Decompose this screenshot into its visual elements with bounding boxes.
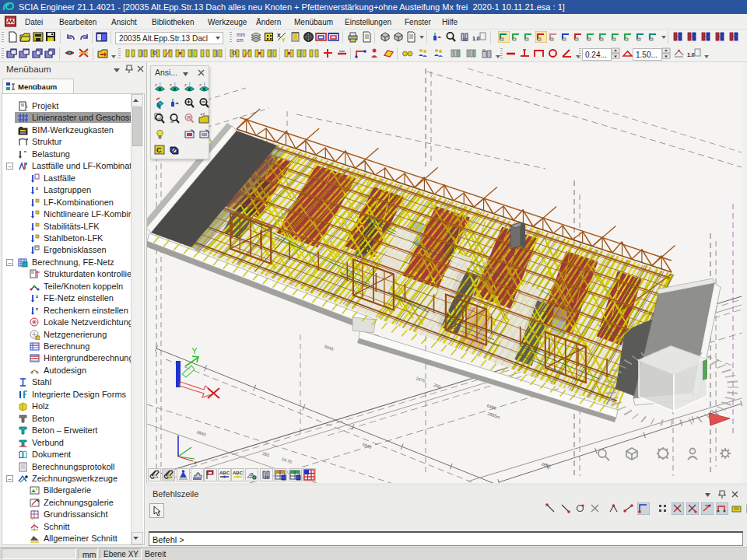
svg-text:z: z [170, 82, 172, 87]
svg-text:2835m: 2835m [487, 411, 501, 420]
svg-text:10: 10 [265, 475, 269, 480]
svg-text:200: 200 [433, 383, 441, 390]
svg-text:265: 265 [261, 451, 270, 458]
svg-text:ABC: ABC [219, 471, 230, 475]
svg-text:x: x [194, 460, 197, 465]
svg-text:l: l [160, 82, 160, 86]
svg-text:2470: 2470 [416, 376, 426, 383]
svg-text:R: R [188, 115, 191, 121]
svg-text:l: l [174, 82, 175, 86]
svg-text:cm: cm [237, 37, 244, 43]
svg-text:10: 10 [463, 37, 468, 42]
svg-text:5945: 5945 [324, 344, 335, 352]
svg-text:2845: 2845 [196, 429, 207, 437]
svg-text:ABC: ABC [233, 471, 244, 475]
svg-text:z: z [184, 82, 187, 87]
svg-text:l: l [204, 82, 205, 86]
svg-text:Y: Y [282, 37, 286, 43]
svg-text:z: z [199, 82, 202, 87]
svg-text:1.0: 1.0 [472, 36, 480, 41]
svg-text:24.70: 24.70 [281, 457, 293, 464]
svg-text:l: l [189, 82, 190, 86]
svg-text:z: z [155, 82, 157, 87]
svg-text:C: C [156, 146, 162, 154]
svg-text:X: X [277, 33, 281, 38]
svg-text:1.0: 1.0 [687, 52, 695, 58]
svg-text:5945: 5945 [362, 442, 373, 450]
svg-text:Y: Y [191, 346, 198, 355]
svg-text:mm: mm [237, 32, 245, 37]
